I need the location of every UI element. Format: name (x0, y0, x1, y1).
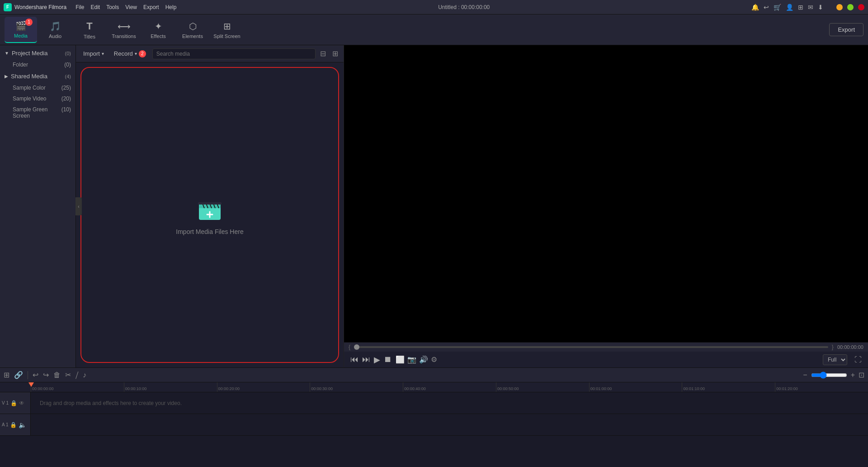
track-lock-icon[interactable]: 🔒 (10, 400, 17, 406)
sample-color-count: (25) (61, 85, 71, 91)
main-area: ▼ Project Media (0) Folder (0) ▶ Shared … (0, 45, 868, 367)
project-media-label: Project Media (12, 50, 47, 57)
delete-button[interactable]: 🗑 (53, 371, 61, 379)
sample-video-label: Sample Video (13, 95, 47, 102)
video-track-label: V 1 (2, 400, 9, 405)
track-eye-icon[interactable]: 👁 (19, 400, 24, 406)
filter-button[interactable]: ⊟ (318, 48, 328, 60)
toolbar-item-titles[interactable]: T Titles (73, 17, 106, 43)
sidebar-collapse-handle[interactable]: ‹ (75, 197, 82, 215)
app-title: Wondershare Filmora (14, 4, 66, 10)
audio-detach-button[interactable]: ♪ (83, 371, 86, 379)
ruler-mark-3: 00:00:30:00 (310, 382, 403, 392)
screen-icon[interactable]: ⬜ (396, 355, 405, 364)
cut-button[interactable]: ✂ (65, 371, 71, 379)
play-button[interactable]: ▶ (374, 355, 380, 365)
quality-select[interactable]: Full 1/2 1/4 (823, 354, 847, 365)
timeline-area: ⊞ 🔗 ↩ ↪ 🗑 ✂ ⧸ ♪ − + ⊡ 00:00:00:00 00:00:… (0, 367, 868, 467)
folder-count: (0) (64, 62, 71, 68)
folder-label: Folder (13, 62, 28, 68)
snapshot-icon[interactable]: 📷 (407, 355, 416, 364)
search-input[interactable] (152, 48, 316, 59)
filmora-icon-7[interactable]: ⬇ (818, 4, 823, 11)
zoom-in-button[interactable]: + (851, 371, 855, 379)
menu-view[interactable]: View (125, 4, 137, 10)
audio-track-vol-icon[interactable]: 🔈 (19, 421, 26, 429)
toolbar-item-audio[interactable]: 🎵 Audio (39, 17, 71, 43)
scrubber-track[interactable] (354, 346, 828, 348)
titlebar: F Wondershare Filmora File Edit Tools Vi… (0, 0, 868, 14)
split-screen-icon: ⊞ (223, 21, 231, 32)
tracks-area: V 1 🔒 👁 Drag and drop media and effects … (0, 392, 868, 467)
split-button[interactable]: ⧸ (75, 371, 78, 379)
ruler-mark-8: 00:01:20:00 (775, 382, 868, 392)
menu-file[interactable]: File (75, 4, 84, 10)
video-track-content[interactable]: Drag and drop media and effects here to … (31, 392, 868, 414)
ruler-mark-1: 00:00:10:00 (124, 382, 217, 392)
elements-icon: ⬡ (189, 21, 197, 32)
sample-color-label: Sample Color (13, 85, 46, 91)
view-toggle-button[interactable]: ⊞ (330, 48, 340, 60)
menu-help[interactable]: Help (165, 4, 177, 10)
filmora-icon-6[interactable]: ✉ (808, 4, 813, 11)
filmora-icon-5[interactable]: ⊞ (798, 4, 803, 11)
toolbar-item-transitions[interactable]: ⟷ Transitions (108, 17, 140, 43)
shared-media-label: Shared Media (11, 73, 47, 80)
filmora-icon-3[interactable]: 🛒 (774, 4, 781, 11)
window-close[interactable] (858, 4, 864, 10)
timeline-scrubber[interactable]: { } 00:00:00:00 (344, 343, 868, 352)
volume-icon[interactable]: 🔊 (419, 355, 428, 364)
sidebar-sub-sample-color[interactable]: Sample Color (25) (0, 82, 75, 93)
toolbar-item-split-screen[interactable]: ⊞ Split Screen (211, 17, 243, 43)
timeline-link-button[interactable]: 🔗 (14, 371, 23, 379)
menu-edit[interactable]: Edit (91, 4, 100, 10)
menu-export[interactable]: Export (143, 4, 159, 10)
zoom-out-button[interactable]: − (803, 371, 807, 379)
menu-tools[interactable]: Tools (106, 4, 119, 10)
redo-button[interactable]: ↪ (43, 371, 49, 379)
audio-track-label: A 1 (2, 422, 8, 427)
sidebar-sub-sample-video[interactable]: Sample Video (20) (0, 93, 75, 104)
sidebar-item-project-media[interactable]: ▼ Project Media (0) (0, 47, 75, 59)
sidebar-sub-folder[interactable]: Folder (0) (0, 59, 75, 70)
toolbar-audio-label: Audio (49, 33, 61, 39)
filmora-icon-2[interactable]: ↩ (764, 4, 769, 11)
audio-icon: 🎵 (50, 21, 61, 32)
settings-icon[interactable]: ⚙ (431, 355, 437, 364)
import-button[interactable]: Import ▾ (80, 48, 108, 59)
window-maximize[interactable] (847, 4, 854, 10)
toolbar-item-elements[interactable]: ⬡ Elements (176, 17, 209, 43)
filmora-icon-1[interactable]: 🔔 (751, 4, 759, 11)
sidebar-item-shared-media[interactable]: ▶ Shared Media (4) (0, 70, 75, 82)
zoom-slider[interactable] (811, 372, 847, 379)
playhead[interactable] (31, 382, 32, 392)
step-back-button[interactable]: ⏭ (362, 355, 370, 364)
timeline-separator (28, 371, 28, 379)
ruler-mark-0: 00:00:00:00 (31, 382, 124, 392)
undo-button[interactable]: ↩ (33, 371, 38, 379)
toolbar-item-media[interactable]: 🎬 Media 1 (5, 17, 37, 43)
playhead-triangle (28, 382, 34, 387)
timeline-add-track-button[interactable]: ⊞ (4, 371, 9, 379)
export-button[interactable]: Export (829, 23, 863, 36)
audio-track-lock-icon[interactable]: 🔒 (10, 422, 17, 428)
record-button[interactable]: Record ▾ 2 (110, 48, 150, 59)
sample-video-count: (20) (61, 95, 71, 102)
stop-button[interactable]: ⏹ (384, 355, 392, 364)
sidebar-sub-sample-green-screen[interactable]: Sample Green Screen (10) (0, 104, 75, 121)
sidebar: ▼ Project Media (0) Folder (0) ▶ Shared … (0, 45, 76, 367)
ruler-track: 00:00:00:00 00:00:10:00 00:00:20:00 00:0… (0, 382, 868, 392)
filmora-icon-4[interactable]: 👤 (786, 4, 793, 11)
media-drop-zone[interactable]: Import Media Files Here (80, 67, 339, 363)
toolbar-split-screen-label: Split Screen (213, 33, 240, 39)
audio-track-content[interactable] (31, 414, 868, 435)
fullscreen-icon[interactable]: ⛶ (854, 356, 862, 364)
toolbar-item-effects[interactable]: ✦ Effects (142, 17, 175, 43)
window-minimize[interactable] (836, 4, 843, 10)
fit-button[interactable]: ⊡ (859, 371, 864, 379)
window-title: Untitled : 00:00:00:00 (438, 4, 490, 10)
timeline-header: ⊞ 🔗 ↩ ↪ 🗑 ✂ ⧸ ♪ − + ⊡ (0, 368, 868, 382)
audio-track-header: A 1 🔒 🔈 (0, 414, 31, 435)
go-to-start-button[interactable]: ⏮ (350, 355, 359, 364)
scrubber-thumb[interactable] (354, 344, 359, 350)
